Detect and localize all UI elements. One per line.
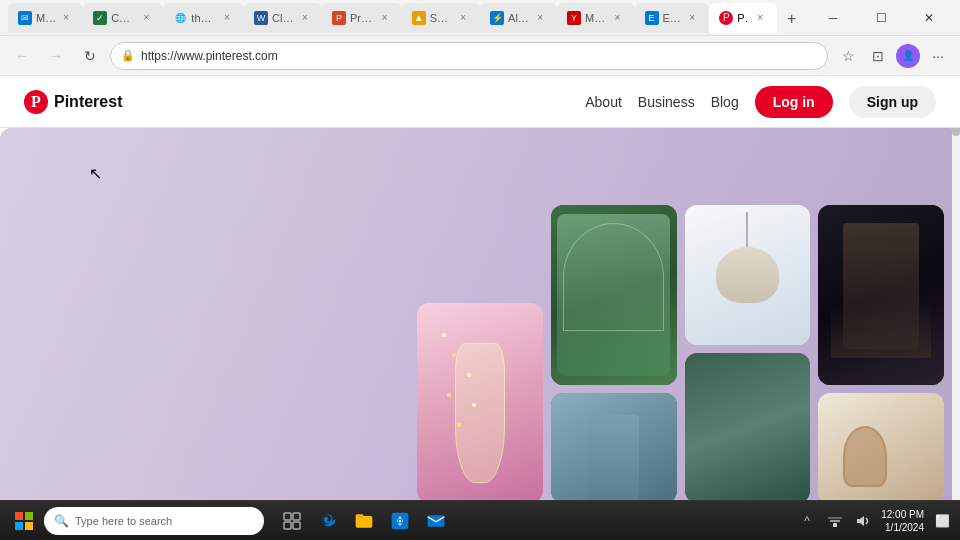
tab-close-class[interactable]: × (298, 11, 312, 25)
masonry-col-4 (417, 205, 543, 500)
tab-close-pet[interactable]: × (220, 11, 234, 25)
masonry-col-5 (551, 205, 677, 500)
volume-icon (855, 513, 871, 529)
profile-avatar: 👤 (896, 44, 920, 68)
tab-presentation[interactable]: P Presenta × (322, 3, 402, 33)
forward-button[interactable]: → (42, 42, 70, 70)
svg-rect-9 (293, 522, 300, 529)
tab-favicon-checklist: ✓ (93, 11, 107, 25)
taskbar-notification-icon[interactable]: ⬜ (932, 511, 952, 531)
start-button[interactable] (8, 505, 40, 537)
account-button[interactable]: 👤 (894, 42, 922, 70)
tab-close-explore[interactable]: × (685, 11, 699, 25)
url-bar[interactable]: 🔒 https://www.pinterest.com (110, 42, 828, 70)
tab-pet[interactable]: 🌐 the Pet S × (163, 3, 244, 33)
tab-favicon-presentation: P (332, 11, 346, 25)
taskbar-app-task-view[interactable] (276, 505, 308, 537)
taskbar-time-text: 12:00 PM (881, 508, 924, 521)
tab-close-mail[interactable]: × (59, 11, 73, 25)
tab-mail[interactable]: ✉ Mail - C × (8, 3, 83, 33)
taskbar-search[interactable]: 🔍 Type here to search (44, 507, 264, 535)
tab-close-allabout[interactable]: × (533, 11, 547, 25)
tab-pinterest[interactable]: P Pint... × (709, 3, 777, 33)
minimize-button[interactable]: ─ (810, 2, 856, 34)
tab-favicon-class: W (254, 11, 268, 25)
tab-favicon-pinterest: P (719, 11, 733, 25)
pin-card-11[interactable] (685, 205, 811, 345)
tab-close-moreve[interactable]: × (611, 11, 625, 25)
tab-title-spikes: Spikes 8 (430, 12, 452, 24)
tab-spikes[interactable]: ▲ Spikes 8 × (402, 3, 480, 33)
pin-card-14[interactable] (818, 393, 944, 500)
edge-icon (318, 511, 338, 531)
maximize-button[interactable]: ☐ (858, 2, 904, 34)
collections-button[interactable]: ⊡ (864, 42, 892, 70)
page-body: Welcome to Pinterest! (0, 128, 960, 500)
refresh-button[interactable]: ↻ (76, 42, 104, 70)
pin-card-8[interactable] (417, 303, 543, 500)
svg-rect-3 (25, 512, 33, 520)
tab-allabout[interactable]: ⚡ All Abou × (480, 3, 557, 33)
tab-checklist[interactable]: ✓ Checklist × (83, 3, 163, 33)
store-icon (390, 511, 410, 531)
svg-text:P: P (31, 93, 41, 110)
address-bar: ← → ↻ 🔒 https://www.pinterest.com ☆ ⊡ 👤 … (0, 36, 960, 76)
svg-rect-5 (25, 522, 33, 530)
svg-rect-16 (828, 517, 842, 519)
taskbar-apps (276, 505, 452, 537)
mail-icon (426, 511, 446, 531)
pin-card-9[interactable] (551, 205, 677, 385)
tab-close-presentation[interactable]: × (378, 11, 392, 25)
svg-rect-14 (833, 523, 837, 527)
tab-explore[interactable]: E Explore × (635, 3, 710, 33)
more-button[interactable]: ··· (924, 42, 952, 70)
taskbar-app-mail[interactable] (420, 505, 452, 537)
taskbar-time: 12:00 PM 1/1/2024 (881, 508, 924, 534)
pin-card-7[interactable] (417, 205, 543, 295)
tab-favicon-spikes: ▲ (412, 11, 426, 25)
tab-close-pinterest[interactable]: × (753, 11, 767, 25)
taskbar: 🔍 Type here to search (0, 500, 960, 540)
pinterest-header: P Pinterest About Business Blog Log in S… (0, 76, 960, 128)
business-link[interactable]: Business (638, 94, 695, 110)
taskbar-chevron-up[interactable]: ^ (797, 511, 817, 531)
pin-card-12[interactable] (685, 353, 811, 500)
taskbar-volume-icon[interactable] (853, 511, 873, 531)
tab-title-pinterest: Pint... (737, 12, 749, 24)
tab-moreve[interactable]: Y More Ve × (557, 3, 634, 33)
page-scrollbar[interactable] (952, 76, 960, 500)
svg-point-12 (399, 519, 402, 522)
tab-title-presentation: Presenta (350, 12, 374, 24)
favorites-button[interactable]: ☆ (834, 42, 862, 70)
window-controls: ─ ☐ ✕ (810, 2, 952, 34)
tab-title-checklist: Checklist (111, 12, 135, 24)
masonry-col-6 (685, 205, 811, 500)
tabs-bar: ✉ Mail - C × ✓ Checklist × 🌐 the Pet S ×… (8, 3, 802, 33)
tab-close-checklist[interactable]: × (139, 11, 153, 25)
taskbar-app-explorer[interactable] (348, 505, 380, 537)
tab-close-spikes[interactable]: × (456, 11, 470, 25)
close-button[interactable]: ✕ (906, 2, 952, 34)
file-explorer-icon (354, 511, 374, 531)
tab-favicon-mail: ✉ (18, 11, 32, 25)
toolbar-buttons: ☆ ⊡ 👤 ··· (834, 42, 952, 70)
new-tab-button[interactable]: + (781, 5, 802, 33)
pin-card-13[interactable] (818, 205, 944, 385)
taskbar-right: ^ 12:00 PM 1/1/2024 ⬜ (797, 508, 952, 534)
lock-icon: 🔒 (121, 49, 135, 62)
tab-favicon-pet: 🌐 (173, 11, 187, 25)
blog-link[interactable]: Blog (711, 94, 739, 110)
back-button[interactable]: ← (8, 42, 36, 70)
svg-rect-6 (284, 513, 291, 520)
taskbar-app-store[interactable] (384, 505, 416, 537)
svg-rect-15 (830, 520, 840, 522)
pinterest-brand-name: Pinterest (54, 93, 122, 111)
pin-card-10[interactable] (551, 393, 677, 500)
about-link[interactable]: About (585, 94, 622, 110)
tab-class[interactable]: W Class Pr × (244, 3, 322, 33)
taskbar-network-icon[interactable] (825, 511, 845, 531)
taskbar-app-edge[interactable] (312, 505, 344, 537)
tab-title-allabout: All Abou (508, 12, 529, 24)
signup-button[interactable]: Sign up (849, 86, 936, 118)
login-button[interactable]: Log in (755, 86, 833, 118)
